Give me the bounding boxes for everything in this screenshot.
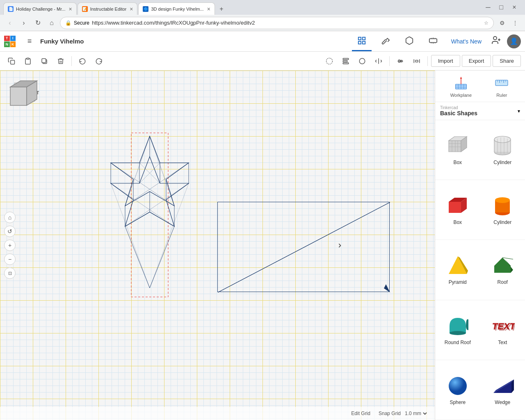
undo-icon [79, 57, 86, 65]
app-container: T I N K ≡ Funky Vihelmo [0, 31, 525, 420]
svg-line-56 [111, 183, 150, 288]
tab-holiday[interactable]: 📄 Holiday Challenge - Mr... × [3, 2, 77, 15]
zoom-out-button[interactable]: − [4, 253, 16, 265]
add-user-button[interactable] [490, 35, 503, 48]
shape-round-roof[interactable]: Round Roof [435, 300, 480, 360]
tab-instructable[interactable]: 📝 Instructable Editor × [78, 2, 138, 15]
svg-rect-3 [363, 41, 365, 44]
back-button[interactable]: ‹ [4, 17, 16, 29]
shape-cylinder-wire[interactable]: Cylinder [480, 120, 525, 180]
url-text[interactable]: https://www.tinkercad.com/things/lRcXOUg… [92, 20, 482, 26]
home-button[interactable]: ⌂ [46, 17, 57, 29]
maximize-button[interactable]: □ [495, 2, 507, 13]
box-nav-icon [405, 36, 414, 45]
duplicate-button[interactable] [37, 54, 52, 68]
import-button[interactable]: Import [431, 55, 460, 67]
svg-text:TEXT: TEXT [493, 322, 515, 333]
project-name: Funky Vihelmo [40, 38, 84, 45]
menu-icon-button[interactable]: ≡ [23, 35, 36, 48]
nav-hammer-button[interactable] [376, 32, 395, 51]
shape-wedge[interactable]: Wedge [480, 360, 525, 420]
view-cube[interactable]: BACK LEFT [8, 79, 41, 112]
minimize-button[interactable]: ─ [482, 2, 494, 13]
home-view-button[interactable]: ⌂ [4, 212, 16, 223]
bookmark-icon[interactable]: ☆ [484, 20, 488, 26]
svg-marker-99 [494, 258, 511, 273]
view-align-button[interactable] [338, 54, 353, 68]
chrome-menu-button[interactable]: ⋮ [509, 17, 521, 29]
svg-rect-0 [358, 37, 361, 40]
tab-tinkercad[interactable]: 🔷 3D design Funky Vihelm... × [138, 2, 215, 15]
whats-new-button[interactable]: What's New [447, 37, 486, 46]
fit-view-button[interactable]: ⊡ [4, 267, 16, 279]
snap-grid-label: Snap Grid [379, 411, 401, 416]
shape-box-wire[interactable]: Box [435, 120, 480, 180]
toolbar-separator-3 [427, 56, 428, 66]
snap-grid-control: Snap Grid 1.0 mm [379, 410, 428, 417]
logo-t: T [4, 36, 10, 41]
round-roof-image [445, 315, 470, 337]
shape-box-solid[interactable]: Box [435, 180, 480, 240]
shape-pyramid[interactable]: Pyramid [435, 240, 480, 300]
nav-circuit-button[interactable] [423, 32, 443, 51]
redo-icon [95, 57, 103, 65]
cylinder-wire-label: Cylinder [493, 160, 511, 165]
ruler-icon [493, 75, 510, 91]
export-button[interactable]: Export [462, 55, 491, 67]
svg-line-50 [125, 183, 189, 226]
align-objects-button[interactable] [393, 54, 408, 68]
undo-button[interactable] [75, 54, 90, 68]
forward-button[interactable]: › [18, 17, 30, 29]
tab3-label: 3D design Funky Vihelm... [151, 7, 203, 11]
redo-button[interactable] [91, 54, 106, 68]
svg-point-102 [450, 331, 466, 335]
close-button[interactable]: × [509, 2, 520, 13]
view-mirror-button[interactable] [371, 54, 386, 68]
workplane-toolbar-icon [325, 57, 333, 65]
tab1-close[interactable]: × [68, 6, 72, 12]
distribute-icon [413, 57, 420, 65]
browser-titlebar: 📄 Holiday Challenge - Mr... × 📝 Instruct… [0, 0, 525, 15]
tab3-close[interactable]: × [207, 6, 210, 12]
view-circle-button[interactable] [355, 54, 370, 68]
edit-grid-label[interactable]: Edit Grid [351, 411, 370, 416]
view-workplane-button[interactable] [322, 54, 337, 68]
nav-box-button[interactable] [399, 32, 419, 51]
copy-button[interactable] [4, 54, 19, 68]
svg-rect-15 [343, 60, 347, 62]
zoom-in-button[interactable]: + [4, 240, 16, 251]
paste-button[interactable] [21, 54, 35, 68]
extensions-button[interactable]: ⚙ [496, 17, 508, 29]
shape-text[interactable]: TEXT TEXT Text [480, 300, 525, 360]
distribute-button[interactable] [409, 54, 424, 68]
selection-bounding-box [217, 202, 390, 292]
new-tab-button[interactable]: + [216, 3, 227, 15]
workplane-button[interactable]: Workplane [450, 75, 472, 98]
svg-line-51 [111, 183, 174, 226]
circuit-icon [429, 36, 438, 45]
share-button[interactable]: Share [493, 55, 521, 67]
ruler-button[interactable]: Ruler [493, 75, 510, 98]
category-dropdown[interactable]: Tinkercad Basic Shapes ▾ [435, 102, 525, 120]
logo-grid: T I N K [4, 36, 16, 47]
delete-icon [57, 57, 64, 65]
delete-button[interactable] [53, 54, 68, 68]
svg-rect-8 [11, 60, 15, 64]
shape-cylinder-solid[interactable]: Cylinder [480, 180, 525, 240]
viewport[interactable]: BACK LEFT ⌂ ↺ + − ⊡ [0, 71, 435, 420]
tab2-close[interactable]: × [130, 6, 133, 12]
grid-icon [357, 36, 366, 45]
address-bar[interactable]: 🔒 Secure https://www.tinkercad.com/thing… [60, 17, 494, 29]
svg-line-58 [218, 202, 390, 292]
snap-grid-select[interactable]: 1.0 mm [403, 410, 428, 417]
svg-rect-14 [343, 62, 349, 64]
tab1-label: Holiday Challenge - Mr... [16, 7, 65, 11]
refresh-button[interactable]: ↻ [32, 17, 43, 29]
shape-roof[interactable]: Roof [480, 240, 525, 300]
nav-grid-button[interactable] [352, 32, 372, 51]
user-avatar[interactable]: 👤 [507, 34, 521, 48]
rotate-view-button[interactable]: ↺ [4, 226, 16, 237]
panel-toggle-button[interactable]: › [338, 240, 341, 251]
shape-sphere[interactable]: Sphere [435, 360, 480, 420]
round-roof-label: Round Roof [445, 340, 471, 345]
